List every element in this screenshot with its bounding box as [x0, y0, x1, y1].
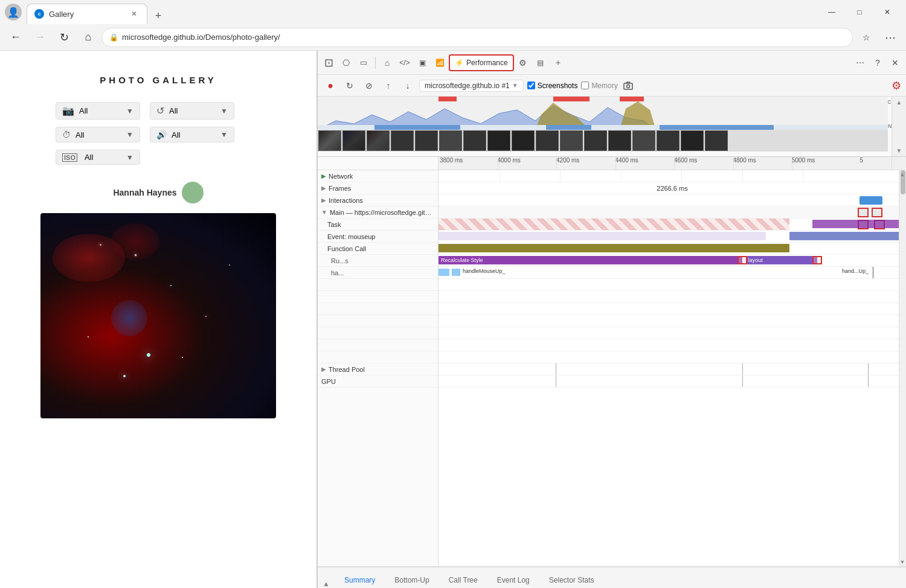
- camera-filter-dropdown[interactable]: 📷 All ▼: [56, 102, 140, 120]
- console-button[interactable]: </>: [396, 54, 413, 71]
- sources-button[interactable]: ▣: [414, 54, 431, 71]
- reload-record-button[interactable]: ↻: [342, 78, 358, 94]
- devtools-toggle-button[interactable]: ⊡: [320, 54, 337, 71]
- function-call-row-label: Function Call: [318, 243, 438, 255]
- memory-checkbox-label[interactable]: Memory: [581, 81, 617, 90]
- network-button[interactable]: 📶: [431, 54, 448, 71]
- responsive-button[interactable]: ▭: [355, 54, 372, 71]
- screenshot-thumb[interactable]: [512, 130, 535, 151]
- bottom-expand-icon[interactable]: ▲: [320, 580, 332, 588]
- screenshot-thumb[interactable]: [536, 130, 559, 151]
- layout-marker: [812, 256, 822, 264]
- tab-event-log[interactable]: Event Log: [487, 572, 539, 588]
- thread-pool-track: [439, 363, 906, 375]
- close-button[interactable]: ✕: [873, 2, 901, 22]
- memory-checkbox[interactable]: [581, 81, 589, 89]
- devtools-toolbar: ⊡ ⎔ ▭ ⌂ </> ▣ 📶 ⚡ Performance ⚙ ▤ ＋ ⋯ ? …: [318, 51, 906, 75]
- performance-settings-button[interactable]: ⚙: [892, 79, 901, 92]
- back-button[interactable]: ←: [5, 27, 27, 48]
- screenshot-thumb[interactable]: [560, 130, 583, 151]
- record-button[interactable]: ●: [323, 78, 338, 94]
- inspect-button[interactable]: ⎔: [338, 54, 355, 71]
- add-tool-button[interactable]: ＋: [550, 54, 567, 71]
- ruler-mark-4: 4400 ms: [615, 157, 638, 164]
- screenshot-thumb[interactable]: [487, 130, 510, 151]
- clear-recording-button[interactable]: ⊘: [361, 78, 377, 94]
- favorites-button[interactable]: ☆: [855, 27, 877, 48]
- grid-line: [742, 170, 743, 182]
- ruler-mark-3: 4200 ms: [556, 157, 579, 164]
- scroll-up-arrow[interactable]: ▲: [899, 170, 906, 179]
- frames-row-label[interactable]: ▶ Frames: [318, 182, 438, 194]
- minimize-button[interactable]: —: [818, 2, 846, 22]
- address-bar[interactable]: 🔒 microsoftedge.github.io/Demos/photo-ga…: [101, 28, 853, 47]
- help-button[interactable]: ?: [869, 54, 886, 71]
- screenshot-thumb[interactable]: [608, 130, 631, 151]
- scroll-down-arrow[interactable]: ▼: [899, 558, 906, 566]
- screenshot-thumb[interactable]: [584, 130, 607, 151]
- refresh-button[interactable]: ↻: [53, 27, 75, 48]
- timeline-scrollbar[interactable]: ▲ ▼: [892, 97, 906, 156]
- task-track: [439, 219, 906, 231]
- new-tab-button[interactable]: +: [150, 7, 167, 24]
- run-short-label: Ru...s: [331, 257, 349, 264]
- screenshots-checkbox-label[interactable]: Screenshots: [527, 81, 578, 90]
- main-marker-1: [858, 208, 869, 217]
- rotation-filter-dropdown[interactable]: ↺ All ▼: [150, 102, 234, 120]
- network-row-label[interactable]: ▶ Network: [318, 170, 438, 182]
- empty-track-3: [439, 303, 906, 315]
- upload-button[interactable]: ↑: [381, 78, 396, 94]
- maximize-button[interactable]: □: [846, 2, 873, 22]
- screenshot-thumb[interactable]: [439, 130, 462, 151]
- forward-button[interactable]: →: [29, 27, 51, 48]
- tab-bottom-up[interactable]: Bottom-Up: [385, 572, 439, 588]
- interactions-row-label[interactable]: ▶ Interactions: [318, 194, 438, 206]
- tracks-scrollbar[interactable]: ▲ ▼: [899, 170, 906, 566]
- target-selector[interactable]: microsoftedge.github.io #1 ▼: [419, 80, 524, 92]
- time-filter-dropdown[interactable]: ⏱ All ▼: [56, 127, 140, 142]
- screenshot-thumb[interactable]: [342, 130, 365, 151]
- empty-track-4: [439, 315, 906, 327]
- more-button[interactable]: ⋯: [879, 27, 901, 48]
- elements-button[interactable]: ⌂: [379, 54, 396, 71]
- screenshot-thumb[interactable]: [632, 130, 655, 151]
- capture-screenshot-button[interactable]: [622, 79, 635, 92]
- screenshot-thumb[interactable]: [367, 130, 390, 151]
- tab-title: Gallery: [49, 10, 124, 19]
- thread-pool-row-label[interactable]: ▶ Thread Pool: [318, 363, 438, 375]
- performance-button[interactable]: ⚡ Performance: [449, 54, 514, 71]
- audio-filter-dropdown[interactable]: 🔊 All ▼: [150, 127, 234, 142]
- settings-tool-button[interactable]: ⚙: [515, 54, 532, 71]
- active-tab[interactable]: e Gallery ✕: [27, 4, 147, 24]
- download-button[interactable]: ↓: [400, 78, 416, 94]
- empty-track-1: [439, 279, 906, 291]
- tab-close-button[interactable]: ✕: [129, 8, 140, 19]
- devtools-panel: ⊡ ⎔ ▭ ⌂ </> ▣ 📶 ⚡ Performance ⚙ ▤ ＋ ⋯ ? …: [316, 51, 906, 588]
- screenshot-thumb[interactable]: [318, 130, 341, 151]
- profile-icon[interactable]: 👤: [5, 4, 22, 21]
- screenshot-thumb[interactable]: [705, 130, 728, 151]
- main-row-label[interactable]: ▼ Main — https://microsoftedge.github.io…: [318, 206, 438, 219]
- svg-rect-6: [553, 97, 590, 101]
- screenshot-thumb[interactable]: [681, 130, 704, 151]
- tab-selector-stats[interactable]: Selector Stats: [539, 572, 604, 588]
- scroll-up-icon: ▲: [896, 99, 902, 106]
- handle-marker-line: [873, 267, 873, 278]
- time-filter-value: All: [76, 130, 121, 139]
- screenshot-thumb[interactable]: [391, 130, 414, 151]
- tab-summary[interactable]: Summary: [335, 572, 385, 588]
- home-button[interactable]: ⌂: [77, 27, 99, 48]
- screenshot-thumb[interactable]: [657, 130, 680, 151]
- close-devtools-button[interactable]: ✕: [887, 54, 904, 71]
- screenshot-thumb[interactable]: [415, 130, 438, 151]
- recalc-row-label: Ru...s: [318, 255, 438, 267]
- iso-filter-dropdown[interactable]: ISO All ▼: [56, 150, 140, 165]
- recalc-style-label: Recalculate Style: [441, 257, 483, 263]
- more-tools-button[interactable]: ⋯: [852, 54, 869, 71]
- layers-button[interactable]: ▤: [532, 54, 549, 71]
- screenshot-thumb[interactable]: [463, 130, 486, 151]
- user-avatar: [182, 182, 204, 203]
- tab-call-tree[interactable]: Call Tree: [439, 572, 487, 588]
- screenshots-checkbox[interactable]: [527, 81, 535, 89]
- camera-icon: 📷: [62, 105, 74, 117]
